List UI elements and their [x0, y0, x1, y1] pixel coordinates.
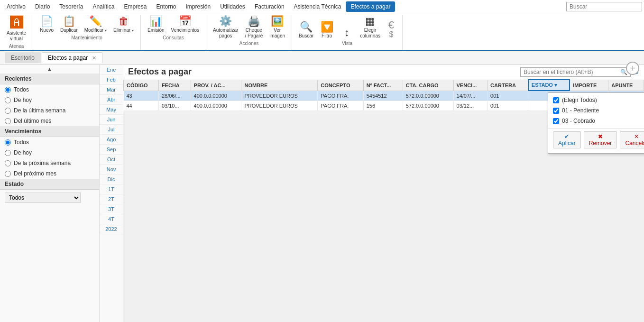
- cell-venci: 03/12...: [453, 101, 488, 110]
- menu-bar: Archivo Diario Tesorería Analítica Empre…: [0, 0, 644, 13]
- month-mar[interactable]: Mar: [100, 85, 123, 95]
- month-jul[interactable]: Jul: [100, 125, 123, 135]
- sidebar-venci-mes[interactable]: Del próximo mes: [0, 168, 99, 179]
- menu-empresa[interactable]: Empresa: [119, 1, 151, 12]
- col-cartera[interactable]: CARTERA: [488, 80, 528, 91]
- col-codigo[interactable]: CÓDIGO: [124, 80, 159, 91]
- menu-utilidades[interactable]: Utilidades: [215, 1, 250, 12]
- ribbon-btn-currency[interactable]: € $: [384, 19, 398, 40]
- month-dic[interactable]: Dic: [100, 175, 123, 184]
- center-panel: Ene Feb Mar Abr May Jun Jul Ago Sep Oct …: [100, 65, 644, 322]
- ribbon-group-acciones-label: Acciones: [239, 41, 259, 46]
- ribbon-btn-duplicar[interactable]: 📋 Duplicar: [57, 15, 81, 34]
- col-nombre[interactable]: NOMBRE: [241, 80, 318, 91]
- ribbon-btn-automatizar[interactable]: ⚙️ Automatizarpagos: [210, 15, 241, 40]
- ribbon-btn-ver-imagen[interactable]: 🖼️ Verimagen: [267, 15, 288, 40]
- month-feb[interactable]: Feb: [100, 75, 123, 85]
- month-nov[interactable]: Nov: [100, 165, 123, 175]
- menu-analitica[interactable]: Analítica: [88, 1, 119, 12]
- ribbon-btn-asistente[interactable]: 🅰 Asistentevirtual: [4, 15, 29, 43]
- search-input[interactable]: [524, 69, 618, 75]
- menu-efectos-pagar[interactable]: Efectos a pagar: [346, 1, 395, 12]
- col-fecha[interactable]: FECHA: [158, 80, 191, 91]
- remove-button[interactable]: ✖ Remover: [584, 131, 617, 148]
- dropdown-item-elegir-todos[interactable]: (Elegir Todos): [548, 95, 644, 105]
- emision-icon: 📊: [149, 16, 162, 27]
- col-nfact[interactable]: Nº FACT...: [363, 80, 403, 91]
- checkbox-elegir-todos[interactable]: [553, 97, 559, 103]
- dropdown-footer: ✔ Aplicar ✖ Remover ✕ Cancelar: [548, 128, 644, 151]
- sidebar-venci-semana[interactable]: De la próxima semana: [0, 158, 99, 168]
- month-1t[interactable]: 1T: [100, 184, 123, 194]
- elegir-columnas-icon: ▦: [365, 16, 375, 27]
- dropdown-item-cobrado[interactable]: 03 - Cobrado: [548, 116, 644, 126]
- dropdown-item-pendiente[interactable]: 01 - Pendiente: [548, 105, 644, 116]
- col-venci[interactable]: VENCI...: [453, 80, 488, 91]
- month-jun[interactable]: Jun: [100, 115, 123, 125]
- col-cta-cargo[interactable]: CTA. CARGO: [403, 80, 453, 91]
- checkbox-cobrado[interactable]: [553, 118, 559, 124]
- ribbon-btn-modificar[interactable]: ✏️ Modificar ▾: [82, 15, 110, 34]
- col-importe[interactable]: IMPORTE: [570, 80, 608, 91]
- ribbon-btn-eliminar[interactable]: 🗑 Eliminar ▾: [110, 15, 137, 34]
- cell-concepto: PAGO FRA:: [318, 91, 363, 101]
- asistente-icon: 🅰: [10, 16, 23, 29]
- menu-diario[interactable]: Diario: [30, 1, 55, 12]
- checkbox-pendiente[interactable]: [553, 108, 559, 114]
- main-content: ▲ Recientes Todos De hoy De la última se…: [0, 65, 644, 322]
- ribbon-btn-vencimientos[interactable]: 📅 Vencimientos: [168, 15, 202, 34]
- menu-tesoreria[interactable]: Tesorería: [55, 1, 88, 12]
- ribbon-btn-nuevo[interactable]: 📄 Nuevo: [37, 15, 56, 34]
- vencimientos-icon: 📅: [179, 16, 192, 27]
- menu-archivo[interactable]: Archivo: [2, 1, 30, 12]
- table-area: Efectos a pagar 🔍 ↺ CÓDIGO FECHA PROV. /…: [123, 65, 644, 322]
- ribbon-btn-cheque[interactable]: 🖨️ Cheque/ Pagaré: [242, 15, 266, 40]
- month-4t[interactable]: 4T: [100, 214, 123, 224]
- sidebar-scroll-up[interactable]: ▲: [0, 65, 99, 74]
- month-ago[interactable]: Ago: [100, 135, 123, 145]
- sidebar: ▲ Recientes Todos De hoy De la última se…: [0, 65, 100, 322]
- menu-search-input[interactable]: [570, 3, 636, 10]
- cell-cta-cargo: 572.0.0.00000: [403, 101, 453, 110]
- month-abr[interactable]: Abr: [100, 95, 123, 105]
- sidebar-recientes-mes[interactable]: Del último mes: [0, 116, 99, 126]
- apply-icon: ✔: [564, 133, 569, 140]
- sidebar-recientes-dehoy[interactable]: De hoy: [0, 95, 99, 105]
- month-ene[interactable]: Ene: [100, 65, 123, 75]
- menu-entorno[interactable]: Entorno: [151, 1, 181, 12]
- month-may[interactable]: May: [100, 105, 123, 115]
- month-2t[interactable]: 2T: [100, 194, 123, 204]
- cancel-button[interactable]: ✕ Cancelar: [620, 131, 644, 148]
- menu-facturacion[interactable]: Facturación: [250, 1, 289, 12]
- col-prov[interactable]: PROV. / AC...: [191, 80, 241, 91]
- ribbon-btn-filtro[interactable]: 🔽 Filtro: [317, 21, 336, 40]
- add-button[interactable]: +: [626, 62, 639, 75]
- col-estado[interactable]: ESTADO ▾: [528, 80, 570, 91]
- ribbon-btn-buscar[interactable]: 🔍 Buscar: [296, 21, 316, 40]
- month-sep[interactable]: Sep: [100, 145, 123, 155]
- sidebar-venci-dehoy[interactable]: De hoy: [0, 147, 99, 158]
- sidebar-estado-select[interactable]: Todos: [5, 193, 81, 203]
- ribbon-btn-sort[interactable]: ↕️: [337, 27, 356, 40]
- col-apunte[interactable]: APUNTE: [608, 80, 644, 91]
- sidebar-venci-todos[interactable]: Todos: [0, 137, 99, 147]
- cell-prov: 400.0.0.00000: [191, 91, 241, 101]
- tab-escritorio[interactable]: Escritorio: [5, 52, 41, 63]
- menu-asistencia[interactable]: Asistencia Técnica: [289, 1, 346, 12]
- ribbon-btn-elegir-columnas[interactable]: ▦ Elegircolumnas: [357, 15, 383, 40]
- cell-codigo: 44: [124, 101, 159, 110]
- month-oct[interactable]: Oct: [100, 155, 123, 165]
- sidebar-recientes-todos[interactable]: Todos: [0, 84, 99, 95]
- sidebar-recientes-semana[interactable]: De la última semana: [0, 105, 99, 116]
- tab-efectos-pagar[interactable]: Efectos a pagar ✕: [42, 52, 102, 63]
- menu-impresion[interactable]: Impresión: [181, 1, 215, 12]
- ribbon-group-consultas: 📊 Emisión 📅 Vencimientos Consultas: [141, 15, 206, 50]
- modificar-icon: ✏️: [89, 16, 102, 27]
- apply-button[interactable]: ✔ Aplicar: [553, 131, 581, 148]
- tab-close-button[interactable]: ✕: [92, 55, 96, 61]
- month-3t[interactable]: 3T: [100, 204, 123, 214]
- col-concepto[interactable]: CONCEPTO: [318, 80, 363, 91]
- ribbon-btn-emision[interactable]: 📊 Emisión: [145, 15, 167, 34]
- month-2022[interactable]: 2022: [100, 224, 123, 234]
- search-box: 🔍: [520, 67, 631, 77]
